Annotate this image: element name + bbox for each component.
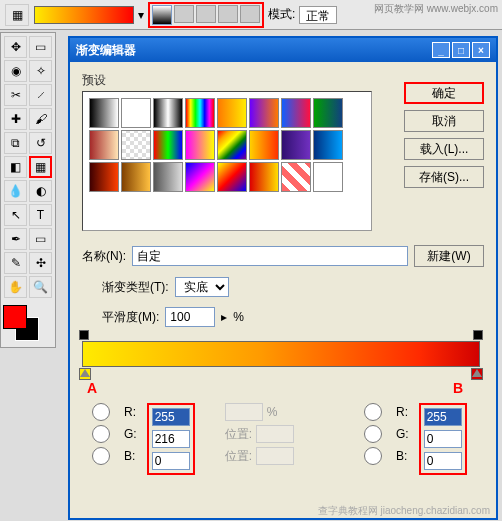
ok-button[interactable]: 确定 [404, 82, 484, 104]
pos-field-2 [256, 447, 294, 465]
minimize-icon[interactable]: _ [432, 42, 450, 58]
mode-label: 模式: [268, 6, 295, 23]
g-input-b[interactable] [424, 430, 462, 448]
preset-swatch[interactable] [89, 130, 119, 160]
options-bar: ▦ ▾ 模式: 正常 网页教学网 www.webjx.com [0, 0, 502, 30]
presets-box[interactable] [82, 91, 372, 231]
angle-gradient-icon[interactable] [196, 5, 216, 23]
dodge-tool-icon[interactable]: ◐ [29, 180, 52, 202]
name-input[interactable] [132, 246, 408, 266]
b-input-a[interactable] [152, 452, 190, 470]
blur-tool-icon[interactable]: 💧 [4, 180, 27, 202]
dropdown-arrow-icon[interactable]: ▾ [138, 8, 144, 22]
marquee-tool-icon[interactable]: ▭ [29, 36, 52, 58]
preset-swatch[interactable] [217, 162, 247, 192]
gradient-preview[interactable] [34, 6, 134, 24]
path-tool-icon[interactable]: ↖ [4, 204, 27, 226]
dialog-titlebar[interactable]: 渐变编辑器 _ □ × [70, 38, 496, 62]
slice-tool-icon[interactable]: ⟋ [29, 84, 52, 106]
preset-swatch[interactable] [89, 98, 119, 128]
color-stop-b[interactable] [471, 368, 483, 380]
crop-tool-icon[interactable]: ✂ [4, 84, 27, 106]
preset-swatch[interactable] [281, 98, 311, 128]
cancel-button[interactable]: 取消 [404, 110, 484, 132]
shape-tool-icon[interactable]: ▭ [29, 228, 52, 250]
history-brush-icon[interactable]: ↺ [29, 132, 52, 154]
reflected-gradient-icon[interactable] [218, 5, 238, 23]
hand-tool-icon[interactable]: ✋ [4, 276, 27, 298]
smoothness-label: 平滑度(M): [102, 309, 159, 326]
radial-gradient-icon[interactable] [174, 5, 194, 23]
r-input-b[interactable] [424, 408, 462, 426]
preset-swatch[interactable] [89, 162, 119, 192]
preset-swatch[interactable] [217, 130, 247, 160]
preset-swatch[interactable] [313, 98, 343, 128]
preset-swatch[interactable] [249, 130, 279, 160]
gradient-type-select[interactable]: 实底 [175, 277, 229, 297]
smoothness-input[interactable] [165, 307, 215, 327]
move-tool-icon[interactable]: ✥ [4, 36, 27, 58]
preset-swatch[interactable] [121, 162, 151, 192]
radio-r-a[interactable] [82, 403, 120, 421]
dropdown-icon[interactable]: ▸ [221, 310, 227, 324]
gradient-bar[interactable]: A B [82, 341, 480, 367]
b-input-b[interactable] [424, 452, 462, 470]
tools-panel: ✥▭ ◉✧ ✂⟋ ✚🖌 ⧉↺ ◧▦ 💧◐ ↖T ✒▭ ✎✣ ✋🔍 [0, 32, 56, 348]
percent-1: % [267, 405, 278, 419]
maximize-icon[interactable]: □ [452, 42, 470, 58]
radio-b-b[interactable] [354, 447, 392, 465]
watermark-text: 网页教学网 www.webjx.com [374, 2, 498, 16]
g-input-a[interactable] [152, 430, 190, 448]
gradient-tool-icon[interactable]: ▦ [29, 156, 52, 178]
percent-label: % [233, 310, 244, 324]
type-tool-icon[interactable]: T [29, 204, 52, 226]
pen-tool-icon[interactable]: ✒ [4, 228, 27, 250]
eyedropper-tool-icon[interactable]: ✣ [29, 252, 52, 274]
diamond-gradient-icon[interactable] [240, 5, 260, 23]
stamp-tool-icon[interactable]: ⧉ [4, 132, 27, 154]
blend-mode-select[interactable]: 正常 [299, 6, 337, 24]
preset-swatch[interactable] [281, 162, 311, 192]
save-button[interactable]: 存储(S)... [404, 166, 484, 188]
preset-swatch[interactable] [185, 130, 215, 160]
dialog-title: 渐变编辑器 [76, 42, 136, 59]
opacity-stop-left[interactable] [79, 330, 89, 340]
gradient-type-group [148, 2, 264, 28]
preset-swatch[interactable] [185, 162, 215, 192]
color-stop-a[interactable] [79, 368, 91, 380]
zoom-tool-icon[interactable]: 🔍 [29, 276, 52, 298]
r-label: R: [124, 405, 136, 419]
tool-preset-picker[interactable]: ▦ [5, 4, 29, 26]
radio-b-a[interactable] [82, 447, 120, 465]
preset-swatch[interactable] [281, 130, 311, 160]
r-input-a[interactable] [152, 408, 190, 426]
g-label-b: G: [396, 427, 409, 441]
linear-gradient-icon[interactable] [152, 5, 172, 25]
preset-swatch[interactable] [313, 130, 343, 160]
preset-swatch[interactable] [313, 162, 343, 192]
radio-r-b[interactable] [354, 403, 392, 421]
heal-tool-icon[interactable]: ✚ [4, 108, 27, 130]
eraser-tool-icon[interactable]: ◧ [4, 156, 27, 178]
color-swatches[interactable] [3, 305, 53, 345]
new-button[interactable]: 新建(W) [414, 245, 484, 267]
preset-swatch[interactable] [153, 130, 183, 160]
lasso-tool-icon[interactable]: ◉ [4, 60, 27, 82]
notes-tool-icon[interactable]: ✎ [4, 252, 27, 274]
wand-tool-icon[interactable]: ✧ [29, 60, 52, 82]
preset-swatch[interactable] [185, 98, 215, 128]
load-button[interactable]: 载入(L)... [404, 138, 484, 160]
preset-swatch[interactable] [249, 98, 279, 128]
close-icon[interactable]: × [472, 42, 490, 58]
opacity-stop-right[interactable] [473, 330, 483, 340]
radio-g-a[interactable] [82, 425, 120, 443]
foreground-color-swatch[interactable] [3, 305, 27, 329]
preset-swatch[interactable] [121, 130, 151, 160]
preset-swatch[interactable] [121, 98, 151, 128]
preset-swatch[interactable] [217, 98, 247, 128]
preset-swatch[interactable] [153, 162, 183, 192]
preset-swatch[interactable] [153, 98, 183, 128]
radio-g-b[interactable] [354, 425, 392, 443]
preset-swatch[interactable] [249, 162, 279, 192]
brush-tool-icon[interactable]: 🖌 [29, 108, 52, 130]
